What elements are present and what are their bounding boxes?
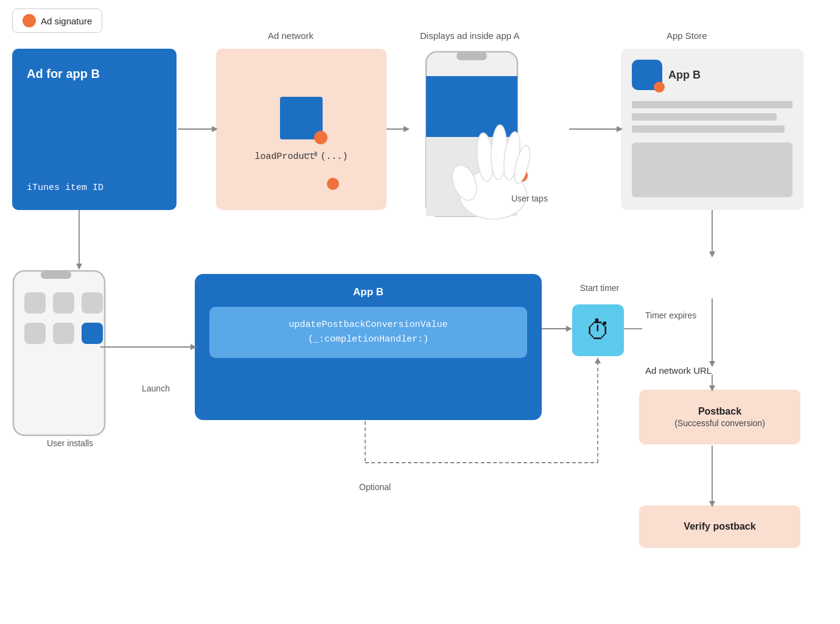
app-b-code: updatePostbackConversionValue (_:complet… bbox=[289, 318, 447, 347]
app-store-lines bbox=[632, 101, 793, 133]
svg-rect-3 bbox=[457, 52, 487, 60]
svg-rect-17 bbox=[82, 292, 103, 314]
app-store-image-placeholder bbox=[632, 142, 793, 197]
svg-rect-20 bbox=[82, 323, 103, 344]
launch-label: Launch bbox=[142, 384, 170, 393]
svg-marker-45 bbox=[595, 357, 601, 363]
app-store-line-3 bbox=[632, 125, 785, 133]
app-store-app-icon bbox=[632, 60, 662, 90]
app-b-panel: App B updatePostbackConversionValue (_:c… bbox=[195, 274, 542, 420]
user-installs-phone-svg bbox=[7, 268, 129, 444]
ad-network-box: loadProduct (...) bbox=[216, 49, 387, 210]
timer-expires-label: Timer expires bbox=[645, 310, 696, 320]
ad-box-title: Ad for app B bbox=[27, 66, 162, 82]
ad-network-blue-square bbox=[280, 97, 323, 139]
verify-postback-box: Verify postback bbox=[639, 505, 800, 548]
ad-network-inner bbox=[280, 97, 323, 139]
svg-rect-14 bbox=[41, 271, 71, 279]
postback-box: Postback (Successful conversion) bbox=[639, 390, 800, 444]
app-store-top: App B bbox=[632, 60, 793, 90]
user-installs-label: User installs bbox=[15, 438, 125, 448]
svg-rect-15 bbox=[24, 292, 46, 314]
phone-display-label: Displays ad inside app A bbox=[420, 30, 519, 41]
ad-network-orange-dot bbox=[314, 131, 327, 144]
app-store-app-name: App B bbox=[668, 69, 701, 82]
ad-box-subtitle: iTunes item ID bbox=[27, 183, 162, 193]
svg-marker-28 bbox=[709, 251, 715, 258]
verify-postback-title: Verify postback bbox=[684, 521, 755, 532]
ad-network-orange-dot-2 bbox=[327, 178, 339, 190]
app-store-line-1 bbox=[632, 101, 793, 108]
ad-network-label: Ad network bbox=[268, 30, 313, 41]
ad-network-url-label: Ad network URL bbox=[645, 365, 712, 376]
app-store-label: App Store bbox=[667, 30, 707, 41]
postback-title: Postback bbox=[698, 406, 741, 417]
timer-label: Start timer bbox=[569, 283, 630, 293]
app-store-line-2 bbox=[632, 113, 777, 121]
app-store-icon-dot bbox=[654, 82, 665, 93]
timer-box: ⏱ bbox=[572, 304, 624, 356]
postback-subtitle: (Successful conversion) bbox=[674, 418, 765, 428]
app-b-title: App B bbox=[353, 286, 383, 298]
svg-marker-34 bbox=[566, 326, 572, 332]
legend-dot bbox=[23, 14, 36, 27]
svg-rect-18 bbox=[24, 323, 46, 344]
svg-rect-16 bbox=[53, 292, 74, 314]
legend: Ad signature bbox=[12, 9, 102, 33]
app-store-box: App B bbox=[621, 49, 803, 210]
user-taps-label: User taps bbox=[511, 194, 548, 203]
svg-marker-1 bbox=[315, 151, 317, 157]
timer-icon: ⏱ bbox=[586, 316, 611, 345]
legend-label: Ad signature bbox=[41, 16, 92, 26]
arrow-right-icon bbox=[304, 147, 317, 161]
ad-for-app-b-box: Ad for app B iTunes item ID bbox=[12, 49, 177, 210]
optional-label: Optional bbox=[359, 482, 391, 492]
ad-network-code: loadProduct (...) bbox=[254, 152, 348, 162]
app-b-code-box: updatePostbackConversionValue (_:complet… bbox=[209, 307, 527, 358]
svg-rect-19 bbox=[53, 323, 74, 344]
